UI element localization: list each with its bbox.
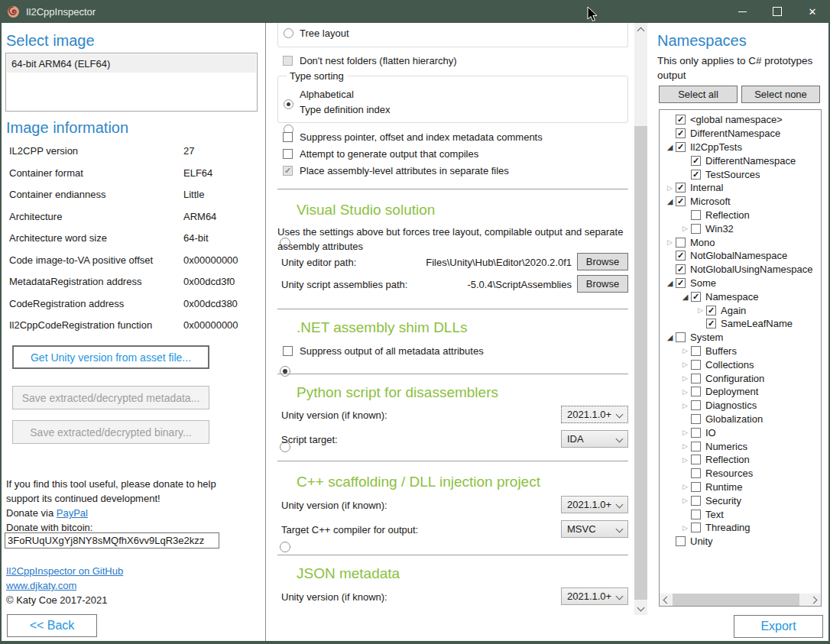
namespace-label[interactable]: SameLeafName: [721, 318, 793, 329]
namespace-label[interactable]: Diagnostics: [705, 400, 757, 411]
tree-row[interactable]: Resources: [664, 467, 821, 481]
tree-layout-radio[interactable]: [284, 28, 293, 38]
namespace-label[interactable]: NotGlobalNamespace: [690, 250, 787, 261]
python-script-heading[interactable]: Python script for disassemblers: [297, 384, 498, 401]
namespace-checkbox[interactable]: [691, 346, 701, 356]
tree-row[interactable]: ▷Mono: [664, 235, 821, 249]
image-list-item[interactable]: 64-bit ARM64 (ELF64): [7, 54, 256, 73]
browse-assemblies-path-button[interactable]: Browse: [577, 275, 628, 293]
expander-icon[interactable]: ▷: [679, 374, 691, 382]
namespace-checkbox[interactable]: [691, 468, 701, 478]
namespace-checkbox[interactable]: [691, 428, 701, 438]
cpp-scaffolding-radio[interactable]: [280, 542, 290, 552]
expander-icon[interactable]: ◢: [664, 197, 676, 205]
python-unity-version-dropdown[interactable]: 2021.1.0+: [561, 406, 628, 423]
expander-icon[interactable]: ◢: [679, 293, 691, 301]
tree-row[interactable]: Globalization: [664, 413, 821, 426]
expander-icon[interactable]: ◢: [664, 279, 676, 287]
namespace-label[interactable]: Deployment: [705, 386, 758, 397]
paypal-link[interactable]: PayPal: [57, 507, 88, 519]
namespace-checkbox[interactable]: [691, 210, 701, 220]
namespace-checkbox[interactable]: [676, 238, 686, 248]
namespace-label[interactable]: Buffers: [705, 345, 737, 357]
tree-row[interactable]: Unity: [664, 535, 821, 549]
tree-row[interactable]: ▷✓Again: [664, 303, 821, 317]
tree-row[interactable]: ▷Buffers: [664, 345, 821, 358]
compilable-output-checkbox[interactable]: [283, 149, 293, 159]
namespace-checkbox[interactable]: ✓: [691, 156, 701, 166]
namespace-checkbox[interactable]: ✓: [706, 319, 716, 328]
tree-row[interactable]: ▷Reflection: [664, 453, 821, 467]
cpp-unity-version-dropdown[interactable]: 2021.1.0+: [561, 496, 628, 513]
namespace-label[interactable]: DifferentNamespace: [705, 155, 796, 167]
namespace-label[interactable]: Resources: [705, 468, 753, 479]
namespace-checkbox[interactable]: ✓: [676, 115, 686, 125]
expander-icon[interactable]: ▷: [664, 238, 676, 246]
tree-horizontal-scrollbar[interactable]: [660, 594, 821, 606]
namespace-label[interactable]: Reflection: [705, 454, 750, 465]
expander-icon[interactable]: ▷: [679, 225, 691, 232]
namespace-label[interactable]: Security: [705, 495, 741, 506]
namespace-checkbox[interactable]: [691, 510, 701, 519]
namespace-checkbox[interactable]: ✓: [676, 196, 686, 206]
namespace-label[interactable]: Reflection: [705, 209, 750, 221]
tree-row[interactable]: ▷Deployment: [664, 385, 821, 399]
title-bar[interactable]: Il2CppInspector: [0, 0, 830, 23]
export-button[interactable]: Export: [734, 615, 823, 638]
namespace-checkbox[interactable]: [691, 400, 701, 410]
image-listbox[interactable]: 64-bit ARM64 (ELF64): [5, 53, 258, 112]
suppress-comments-label[interactable]: Suppress pointer, offset and index metad…: [300, 131, 543, 143]
tree-row[interactable]: ✓NotGlobalNamespace: [664, 249, 821, 263]
namespace-label[interactable]: Globalization: [705, 413, 763, 425]
type-definition-index-label[interactable]: Type definition index: [300, 104, 391, 115]
tree-row[interactable]: ◢✓Some: [664, 277, 821, 290]
script-assemblies-path-value[interactable]: -5.0.4\ScriptAssemblies: [367, 279, 572, 290]
expander-icon[interactable]: ▷: [695, 306, 706, 314]
namespace-checkbox[interactable]: ✓: [676, 264, 686, 274]
scrollbar-thumb[interactable]: [634, 126, 647, 600]
minimize-button[interactable]: [725, 0, 760, 23]
expander-icon[interactable]: ▷: [679, 402, 691, 409]
expander-icon[interactable]: ▷: [679, 442, 691, 450]
get-unity-version-button[interactable]: Get Unity version from asset file...: [12, 345, 209, 369]
tree-row[interactable]: ✓SameLeafName: [664, 317, 821, 331]
website-link[interactable]: www.djkaty.com: [6, 578, 76, 593]
namespace-label[interactable]: IO: [705, 427, 716, 439]
namespace-checkbox[interactable]: [691, 360, 701, 370]
namespace-checkbox[interactable]: ✓: [691, 170, 701, 180]
tree-row[interactable]: ▷Configuration: [664, 371, 821, 385]
scrollbar-thumb[interactable]: [673, 594, 799, 606]
alphabetical-label[interactable]: Alphabetical: [300, 89, 354, 100]
expander-icon[interactable]: ▷: [679, 347, 691, 354]
namespace-checkbox[interactable]: [691, 414, 701, 424]
github-link[interactable]: Il2CppInspector on GitHub: [6, 564, 123, 578]
namespace-checkbox[interactable]: [676, 332, 686, 342]
namespace-checkbox[interactable]: [691, 455, 701, 464]
shim-dlls-radio[interactable]: [280, 366, 290, 377]
namespace-label[interactable]: <global namespace>: [690, 114, 783, 125]
json-metadata-heading[interactable]: JSON metadata: [297, 565, 400, 582]
tree-row[interactable]: ✓DifferentNamespace: [664, 154, 821, 167]
tree-row[interactable]: ▷Security: [664, 494, 821, 507]
tree-layout-label[interactable]: Tree layout: [300, 28, 349, 39]
tree-row[interactable]: ▷Threading: [664, 521, 821, 535]
namespace-label[interactable]: Win32: [705, 223, 734, 235]
tree-row[interactable]: ▷Win32: [664, 222, 821, 235]
namespace-checkbox[interactable]: ✓: [706, 306, 716, 316]
namespace-label[interactable]: System: [690, 332, 723, 343]
namespaces-tree[interactable]: ✓<global namespace>✓DifferentNamespace◢✓…: [659, 109, 822, 607]
expander-icon[interactable]: ▷: [679, 361, 691, 368]
maximize-button[interactable]: [760, 0, 795, 23]
namespace-label[interactable]: DifferentNamespace: [690, 128, 780, 139]
namespace-checkbox[interactable]: [691, 482, 701, 492]
namespace-label[interactable]: Namespace: [705, 291, 758, 303]
compilable-output-label[interactable]: Attempt to generate output that compiles: [300, 148, 478, 160]
unity-editor-path-value[interactable]: Files\Unity\Hub\Editor\2020.2.0f1: [367, 257, 572, 268]
tree-row[interactable]: ◢✓Il2CppTests: [664, 141, 821, 154]
tree-row[interactable]: ▷Numerics: [664, 439, 821, 453]
expander-icon[interactable]: ▷: [679, 456, 691, 464]
namespace-checkbox[interactable]: [676, 536, 686, 546]
expander-icon[interactable]: ◢: [664, 143, 676, 151]
expander-icon[interactable]: ◢: [664, 333, 676, 341]
namespace-checkbox[interactable]: [691, 224, 701, 234]
